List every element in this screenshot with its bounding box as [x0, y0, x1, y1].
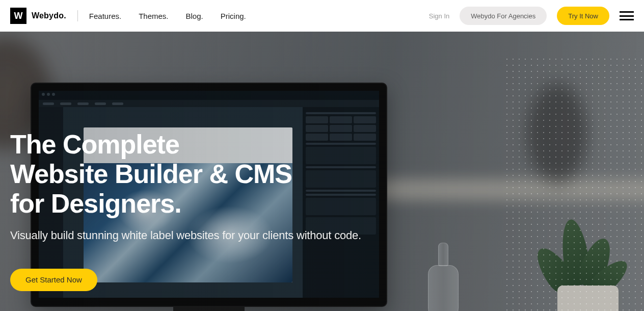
- get-started-button[interactable]: Get Started Now: [10, 269, 97, 291]
- logo-mark[interactable]: W: [10, 8, 26, 24]
- hero-title-line2: Website Builder & CMS: [10, 159, 292, 189]
- primary-nav: Features. Themes. Blog. Pricing.: [89, 12, 246, 20]
- hamburger-menu-icon[interactable]: [620, 11, 634, 20]
- hero-title-line3: for Designers.: [10, 189, 181, 218]
- signin-link[interactable]: Sign In: [429, 12, 449, 20]
- hero-section: The Complete Website Builder & CMS for D…: [0, 32, 644, 311]
- nav-themes[interactable]: Themes.: [139, 12, 168, 20]
- hero-content: The Complete Website Builder & CMS for D…: [10, 129, 361, 291]
- nav-pricing[interactable]: Pricing.: [221, 12, 246, 20]
- nav-blog[interactable]: Blog.: [186, 12, 203, 20]
- try-it-now-button[interactable]: Try It Now: [557, 7, 609, 25]
- site-header: W Webydo. Features. Themes. Blog. Pricin…: [0, 0, 644, 32]
- header-actions: Sign In Webydo For Agencies Try It Now: [429, 7, 634, 25]
- logo-letter: W: [14, 11, 23, 21]
- nav-features[interactable]: Features.: [89, 12, 121, 20]
- agencies-button[interactable]: Webydo For Agencies: [460, 7, 547, 25]
- hero-title: The Complete Website Builder & CMS for D…: [10, 129, 361, 219]
- hero-subtitle: Visually build stunning white label webs…: [10, 229, 361, 242]
- header-divider: [77, 10, 78, 21]
- hero-title-line1: The Complete: [10, 129, 179, 159]
- brand-name[interactable]: Webydo.: [32, 11, 66, 20]
